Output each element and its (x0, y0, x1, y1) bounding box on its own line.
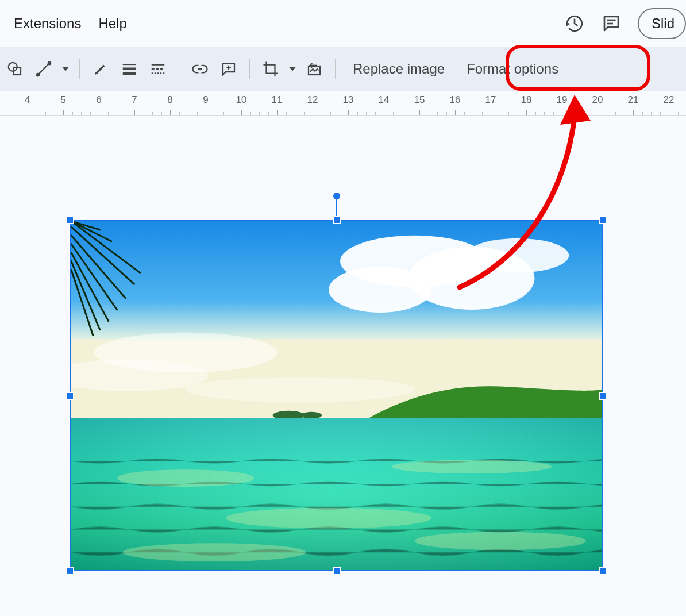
ruler-number: 14 (379, 94, 390, 106)
border-weight-icon[interactable] (117, 56, 142, 82)
toolbar-separator (249, 59, 250, 79)
svg-point-37 (123, 543, 306, 561)
svg-point-36 (226, 508, 431, 529)
slideshow-button-label: Slid (652, 16, 675, 32)
svg-rect-16 (157, 72, 159, 74)
svg-point-29 (186, 377, 414, 402)
crop-dropdown-icon[interactable] (287, 66, 298, 72)
version-history-icon[interactable] (564, 13, 585, 34)
svg-rect-18 (163, 72, 165, 74)
svg-point-5 (37, 74, 40, 76)
svg-rect-14 (152, 72, 153, 74)
comment-icon[interactable] (601, 13, 622, 34)
border-color-icon[interactable] (88, 56, 113, 82)
ruler-number: 7 (132, 94, 137, 106)
selection-handle-sw[interactable] (66, 567, 74, 575)
ruler-number: 21 (628, 94, 639, 106)
slideshow-button[interactable]: Slid (638, 8, 686, 39)
toolbar-separator (79, 59, 80, 79)
border-dash-icon[interactable] (145, 56, 171, 82)
shape-tool-icon[interactable] (2, 56, 28, 82)
svg-rect-13 (160, 68, 163, 70)
selection-handle-se[interactable] (599, 567, 607, 575)
ruler-number: 6 (96, 94, 101, 106)
svg-point-38 (414, 532, 586, 550)
ruler-number: 12 (307, 94, 318, 106)
ruler-number: 15 (414, 94, 425, 106)
insert-link-icon[interactable] (187, 56, 213, 82)
selection-handle-e[interactable] (599, 392, 607, 400)
svg-rect-10 (152, 64, 165, 66)
svg-point-35 (392, 460, 552, 473)
reset-image-icon[interactable] (302, 56, 327, 82)
selection-handle-s[interactable] (333, 567, 341, 575)
svg-point-25 (329, 267, 431, 312)
ruler-number: 19 (557, 94, 568, 106)
replace-image-label: Replace image (353, 61, 445, 77)
replace-image-button[interactable]: Replace image (344, 56, 454, 82)
svg-point-6 (48, 62, 51, 65)
ruler-number: 17 (485, 94, 496, 106)
ruler-number: 11 (272, 94, 283, 106)
svg-rect-15 (155, 72, 156, 74)
svg-rect-8 (123, 68, 136, 70)
ruler-number: 18 (521, 94, 532, 106)
selected-image[interactable] (70, 220, 603, 571)
svg-rect-7 (123, 64, 136, 65)
line-tool-icon[interactable] (31, 56, 56, 82)
svg-rect-17 (160, 72, 162, 74)
ruler-number: 4 (25, 94, 30, 106)
svg-line-4 (38, 63, 49, 75)
horizontal-ruler[interactable]: 45678910111213141516171819202122 (0, 91, 686, 116)
ruler-number: 5 (60, 94, 65, 106)
svg-point-2 (9, 63, 17, 71)
crop-image-icon[interactable] (258, 56, 283, 82)
selection-handle-nw[interactable] (66, 216, 74, 224)
selection-handle-w[interactable] (66, 392, 74, 400)
svg-point-31 (301, 412, 322, 419)
line-dropdown-icon[interactable] (60, 66, 71, 72)
ruler-number: 13 (343, 94, 354, 106)
ruler-number: 9 (203, 94, 208, 106)
toolbar-separator (179, 59, 179, 79)
svg-rect-9 (123, 72, 136, 75)
toolbar: Replace image Format options (0, 47, 686, 91)
selection-handle-ne[interactable] (599, 216, 607, 224)
ruler-number: 10 (236, 94, 247, 106)
add-comment-icon[interactable] (216, 56, 241, 82)
image-content[interactable] (70, 220, 603, 571)
menu-help[interactable]: Help (93, 12, 132, 35)
selection-handle-n[interactable] (333, 216, 341, 224)
svg-rect-12 (156, 68, 159, 70)
format-options-button[interactable]: Format options (457, 56, 568, 82)
ruler-number: 22 (664, 94, 675, 106)
svg-point-34 (117, 469, 255, 487)
ruler-number: 16 (450, 94, 461, 106)
top-right-controls: Slid (564, 0, 686, 47)
svg-rect-11 (152, 68, 155, 70)
ruler-number: 20 (592, 94, 603, 106)
format-options-label: Format options (467, 61, 558, 77)
ruler-number: 8 (167, 94, 172, 106)
menu-extensions[interactable]: Extensions (8, 12, 87, 35)
toolbar-separator (335, 59, 336, 79)
svg-point-26 (466, 238, 569, 273)
